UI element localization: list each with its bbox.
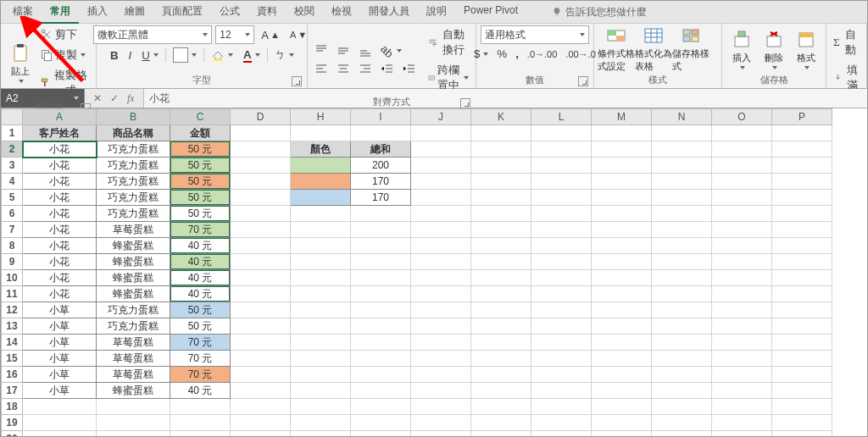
cell-D2[interactable] — [231, 141, 291, 158]
menu-檔案[interactable]: 檔案 — [4, 1, 42, 24]
cell-D9[interactable] — [231, 254, 291, 270]
cell-O13[interactable] — [712, 318, 772, 335]
cell-L5[interactable] — [531, 190, 592, 206]
cell-I13[interactable] — [351, 318, 411, 335]
cell-P9[interactable] — [772, 254, 832, 270]
cell-C8[interactable]: 40 元 — [170, 238, 231, 254]
cell-N10[interactable] — [652, 270, 712, 286]
cut-button[interactable]: 剪下 — [36, 25, 93, 44]
cell-M17[interactable] — [592, 383, 652, 399]
increase-decimal-button[interactable]: .0→.00 — [524, 47, 560, 61]
cell-J9[interactable] — [411, 254, 471, 270]
align-right-button[interactable] — [355, 61, 376, 78]
cell-B13[interactable]: 巧克力蛋糕 — [97, 318, 170, 335]
dialog-launcher-icon[interactable] — [578, 76, 588, 86]
cell-D14[interactable] — [231, 335, 291, 351]
cell-H17[interactable] — [291, 383, 351, 399]
comma-button[interactable]: , — [512, 46, 522, 62]
cell-A5[interactable]: 小花 — [23, 190, 97, 206]
cell-P17[interactable] — [772, 383, 832, 399]
align-top-button[interactable] — [311, 42, 331, 59]
cell-O10[interactable] — [712, 270, 772, 286]
decrease-indent-button[interactable] — [377, 61, 398, 78]
cell-A14[interactable]: 小草 — [23, 335, 97, 351]
col-header-J[interactable]: J — [411, 109, 471, 125]
cell[interactable] — [592, 415, 652, 431]
cell-D16[interactable] — [231, 367, 291, 383]
cell-A16[interactable]: 小草 — [23, 367, 97, 383]
cell-K11[interactable] — [471, 286, 531, 302]
cell-A10[interactable]: 小花 — [23, 270, 97, 286]
cell-P14[interactable] — [772, 335, 832, 351]
cell-P5[interactable] — [772, 190, 832, 206]
orientation-button[interactable]: ab — [377, 43, 405, 59]
cell-K15[interactable] — [471, 351, 531, 367]
cell-L2[interactable] — [531, 141, 592, 158]
cell[interactable] — [23, 431, 97, 437]
fill-color-button[interactable] — [208, 47, 236, 64]
cell-O8[interactable] — [712, 238, 772, 254]
cell-L17[interactable] — [531, 383, 592, 399]
cell-A15[interactable]: 小草 — [23, 351, 97, 367]
formula-input[interactable]: 小花 — [143, 89, 867, 108]
font-family-combo[interactable]: 微軟正黑體 — [93, 25, 212, 44]
align-middle-button[interactable] — [333, 42, 353, 59]
cell[interactable] — [97, 399, 170, 415]
cell-K13[interactable] — [471, 318, 531, 335]
cell-O6[interactable] — [712, 206, 772, 222]
cell[interactable] — [411, 415, 471, 431]
number-format-combo[interactable]: 通用格式 — [481, 25, 589, 44]
row-header-5[interactable]: 5 — [2, 190, 23, 206]
cell-B4[interactable]: 巧克力蛋糕 — [97, 174, 170, 190]
font-color-button[interactable]: A — [240, 47, 264, 64]
cell-M10[interactable] — [592, 270, 652, 286]
cell-M3[interactable] — [592, 158, 652, 174]
align-center-button[interactable] — [333, 61, 353, 78]
cell-J10[interactable] — [411, 270, 471, 286]
cell-C4[interactable]: 50 元 — [170, 174, 231, 190]
cell-D5[interactable] — [231, 190, 291, 206]
col-header-A[interactable]: A — [23, 109, 97, 125]
cell-N3[interactable] — [652, 158, 712, 174]
cell-K5[interactable] — [471, 190, 531, 206]
paste-button[interactable]: 貼上 — [4, 43, 36, 83]
cell-O17[interactable] — [712, 383, 772, 399]
cell-K17[interactable] — [471, 383, 531, 399]
cell-I12[interactable] — [351, 302, 411, 318]
row-header-16[interactable]: 16 — [2, 367, 23, 383]
row-header-1[interactable]: 1 — [2, 125, 23, 141]
cell-H14[interactable] — [291, 335, 351, 351]
percent-button[interactable]: % — [493, 46, 510, 62]
cell-O4[interactable] — [712, 174, 772, 190]
cell-M11[interactable] — [592, 286, 652, 302]
cell-I9[interactable] — [351, 254, 411, 270]
cell-P2[interactable] — [772, 141, 832, 158]
cell-B16[interactable]: 草莓蛋糕 — [97, 367, 170, 383]
cell-I1[interactable] — [351, 125, 411, 141]
cell-N15[interactable] — [652, 351, 712, 367]
cell-N11[interactable] — [652, 286, 712, 302]
cell-H7[interactable] — [291, 222, 351, 238]
select-all-corner[interactable] — [2, 109, 23, 125]
cell[interactable] — [652, 431, 712, 437]
cell-H10[interactable] — [291, 270, 351, 286]
cell-O1[interactable] — [712, 125, 772, 141]
col-header-N[interactable]: N — [652, 109, 712, 125]
cell-I17[interactable] — [351, 383, 411, 399]
cell-B14[interactable]: 草莓蛋糕 — [97, 335, 170, 351]
cell-J8[interactable] — [411, 238, 471, 254]
cell-I7[interactable] — [351, 222, 411, 238]
cell-I6[interactable] — [351, 206, 411, 222]
cell-C11[interactable]: 40 元 — [170, 286, 231, 302]
cell-N7[interactable] — [652, 222, 712, 238]
cell-M14[interactable] — [592, 335, 652, 351]
cell-K8[interactable] — [471, 238, 531, 254]
cell-B6[interactable]: 巧克力蛋糕 — [97, 206, 170, 222]
col-header-L[interactable]: L — [531, 109, 592, 125]
cell-J4[interactable] — [411, 174, 471, 190]
cell[interactable] — [471, 415, 531, 431]
cell-B12[interactable]: 巧克力蛋糕 — [97, 302, 170, 318]
cell-I8[interactable] — [351, 238, 411, 254]
cell-I2[interactable]: 總和 — [351, 141, 411, 158]
align-left-button[interactable] — [311, 61, 331, 78]
